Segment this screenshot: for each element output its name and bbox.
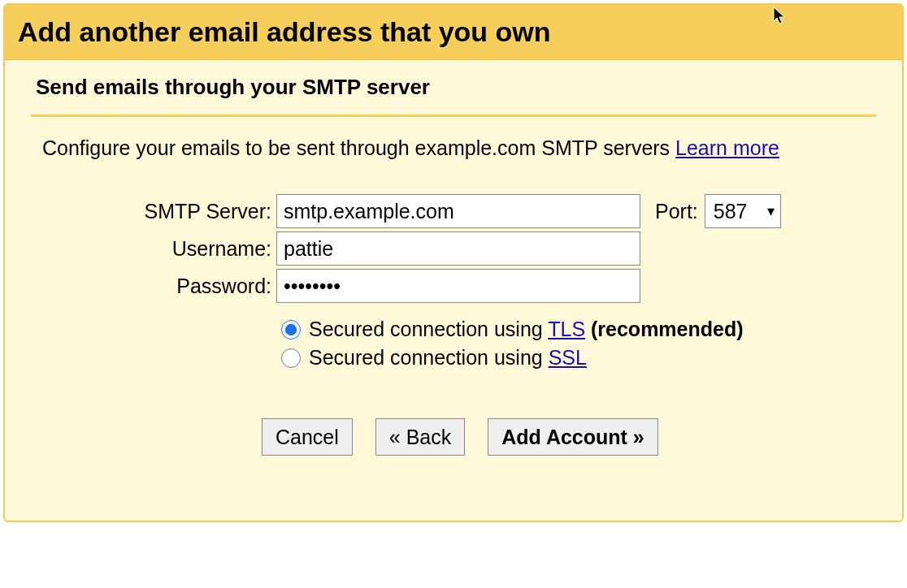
port-value: 587	[705, 194, 781, 228]
username-label: Username:	[104, 237, 276, 261]
port-select[interactable]: 587 ▾	[705, 194, 781, 228]
tls-prefix: Secured connection using	[309, 318, 548, 340]
learn-more-link[interactable]: Learn more	[675, 136, 779, 159]
add-account-button[interactable]: Add Account »	[488, 418, 657, 456]
tls-recommended: (recommended)	[585, 318, 743, 340]
dialog-title: Add another email address that you own	[18, 16, 889, 48]
password-input[interactable]	[276, 269, 640, 303]
tls-radio[interactable]	[281, 320, 301, 339]
ssl-link[interactable]: SSL	[549, 346, 587, 369]
port-label: Port:	[655, 200, 698, 223]
description: Configure your emails to be sent through…	[31, 136, 876, 160]
button-row: Cancel « Back Add Account »	[262, 418, 876, 456]
ssl-option[interactable]: Secured connection using SSL	[281, 346, 876, 370]
username-row: Username:	[104, 231, 876, 266]
smtp-row: SMTP Server: Port: 587 ▾	[104, 194, 876, 228]
security-options: Secured connection using TLS (recommende…	[281, 318, 876, 370]
dialog-content: Send emails through your SMTP server Con…	[5, 60, 902, 521]
dialog-window: Add another email address that you own S…	[3, 3, 904, 522]
password-label: Password:	[104, 275, 276, 298]
description-text: Configure your emails to be sent through…	[42, 136, 675, 159]
ssl-prefix: Secured connection using	[309, 346, 549, 369]
titlebar: Add another email address that you own	[5, 5, 902, 60]
back-button[interactable]: « Back	[375, 418, 465, 456]
subtitle: Send emails through your SMTP server	[31, 75, 876, 100]
tls-link[interactable]: TLS	[548, 318, 585, 340]
password-row: Password:	[104, 269, 876, 303]
smtp-server-input[interactable]	[276, 194, 640, 228]
ssl-radio[interactable]	[281, 348, 301, 368]
tls-option[interactable]: Secured connection using TLS (recommende…	[281, 318, 876, 341]
smtp-server-label: SMTP Server:	[104, 200, 276, 223]
divider	[31, 115, 876, 117]
username-input[interactable]	[276, 231, 640, 266]
form: SMTP Server: Port: 587 ▾ Username: Passw…	[104, 194, 876, 303]
cancel-button[interactable]: Cancel	[262, 418, 353, 456]
